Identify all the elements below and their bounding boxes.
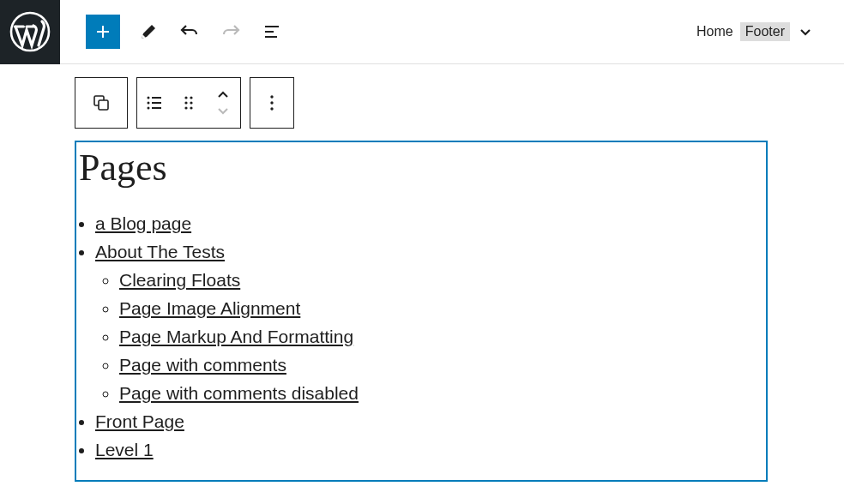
breadcrumb: Home Footer: [696, 22, 814, 41]
undo-icon: [179, 21, 200, 42]
list-item: Level 1: [95, 440, 757, 460]
plus-icon: [93, 21, 113, 42]
list-view-button[interactable]: [259, 19, 285, 45]
move-up-button[interactable]: [216, 87, 230, 103]
svg-rect-2: [99, 100, 108, 110]
svg-point-3: [148, 97, 150, 99]
list-item: Page with comments: [119, 355, 757, 375]
list-view-icon: [262, 21, 282, 42]
breadcrumb-parent[interactable]: Home: [696, 24, 733, 39]
dots-vertical-icon: [262, 93, 282, 113]
list-item: About The Tests Clearing Floats Page Ima…: [95, 242, 757, 404]
page-link[interactable]: Page Markup And Formatting: [119, 327, 353, 346]
list-bullet-icon: [144, 93, 165, 113]
copy-icon: [91, 93, 112, 113]
drag-handle-icon: [178, 93, 199, 113]
chevron-up-icon: [216, 91, 230, 99]
add-block-button[interactable]: [86, 15, 120, 49]
chevron-down-icon: [797, 23, 814, 40]
block-type-button[interactable]: [75, 78, 127, 128]
svg-point-12: [270, 95, 273, 98]
svg-point-8: [184, 101, 187, 104]
breadcrumb-dropdown-button[interactable]: [797, 23, 814, 40]
redo-icon: [220, 21, 241, 42]
wordpress-logo[interactable]: [0, 0, 60, 64]
redo-button[interactable]: [218, 19, 244, 45]
pages-list: a Blog page About The Tests Clearing Flo…: [95, 213, 757, 460]
svg-point-13: [270, 101, 273, 104]
pages-sublist: Clearing Floats Page Image Alignment Pag…: [119, 270, 757, 404]
svg-point-4: [148, 102, 150, 105]
top-toolbar: Home Footer: [0, 0, 844, 64]
page-link[interactable]: Front Page: [95, 411, 184, 431]
more-options-button[interactable]: [250, 78, 293, 128]
svg-point-5: [148, 107, 150, 110]
list-item: Page Image Alignment: [119, 298, 757, 319]
edit-button[interactable]: [136, 19, 161, 45]
breadcrumb-current[interactable]: Footer: [740, 22, 790, 41]
list-item: a Blog page: [95, 213, 757, 234]
svg-point-14: [270, 107, 273, 110]
page-link[interactable]: Page Image Alignment: [119, 298, 300, 318]
list-item: Page with comments disabled: [119, 383, 757, 404]
page-link[interactable]: About The Tests: [95, 242, 225, 261]
svg-point-11: [190, 106, 192, 109]
page-link[interactable]: Page with comments disabled: [119, 383, 359, 403]
editor-workspace: Pages a Blog page About The Tests Cleari…: [0, 64, 844, 482]
block-type-group: [75, 77, 128, 129]
undo-button[interactable]: [177, 19, 202, 45]
block-controls-group: [136, 77, 241, 129]
pencil-icon: [138, 21, 159, 42]
toolbar-left-group: [86, 15, 285, 49]
move-arrows: [206, 78, 240, 128]
drag-handle-button[interactable]: [172, 78, 206, 128]
page-link[interactable]: Clearing Floats: [119, 270, 240, 290]
svg-point-7: [190, 96, 192, 99]
wordpress-icon: [9, 11, 51, 52]
move-down-button[interactable]: [216, 103, 230, 118]
list-style-button[interactable]: [137, 78, 172, 128]
pages-heading[interactable]: Pages: [79, 146, 757, 189]
chevron-down-icon: [216, 106, 230, 115]
list-item: Clearing Floats: [119, 270, 757, 291]
pages-block[interactable]: Pages a Blog page About The Tests Cleari…: [75, 141, 768, 482]
list-item: Page Markup And Formatting: [119, 327, 757, 347]
block-toolbar: [75, 77, 844, 129]
svg-point-10: [184, 106, 187, 109]
page-link[interactable]: Page with comments: [119, 355, 286, 375]
svg-point-6: [184, 96, 187, 99]
list-item: Front Page: [95, 411, 757, 432]
page-link[interactable]: a Blog page: [95, 213, 191, 233]
page-link[interactable]: Level 1: [95, 440, 154, 459]
block-more-group: [250, 77, 294, 129]
svg-point-9: [190, 101, 192, 104]
